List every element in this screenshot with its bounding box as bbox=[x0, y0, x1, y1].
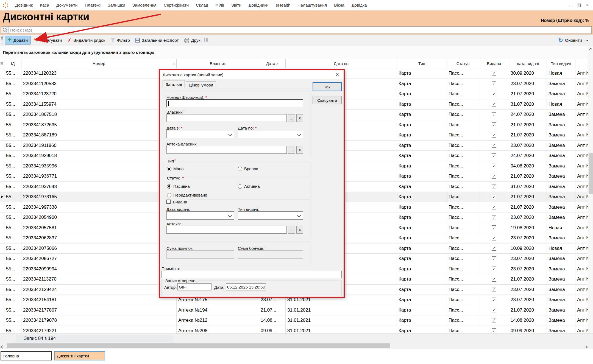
row-header[interactable] bbox=[0, 274, 4, 284]
vertical-scrollbar-thumb[interactable] bbox=[589, 153, 593, 194]
print-button[interactable]: Друк bbox=[182, 37, 203, 44]
filter-button[interactable]: Фільтр bbox=[108, 37, 133, 44]
column-header-number[interactable]: Номер△ bbox=[21, 59, 177, 68]
group-by-panel[interactable]: Перетягніть заголовок колонки сюди для у… bbox=[0, 46, 588, 59]
menu-item-7[interactable]: Склад bbox=[192, 3, 212, 8]
menu-item-12[interactable]: Налаштування bbox=[294, 3, 330, 8]
row-header[interactable] bbox=[0, 243, 4, 254]
row-header[interactable] bbox=[0, 285, 4, 295]
menu-item-4[interactable]: Залишки bbox=[104, 3, 129, 8]
menu-item-0[interactable]: Довідник bbox=[12, 3, 36, 8]
minimize-button[interactable] bbox=[569, 5, 573, 6]
toolbar-grip[interactable] bbox=[1, 37, 3, 44]
checked-checkbox-icon[interactable]: ✓ bbox=[492, 102, 496, 107]
row-header[interactable] bbox=[0, 99, 4, 110]
type-option-keychain[interactable]: Брелок bbox=[238, 166, 258, 171]
issue-date-combobox[interactable] bbox=[166, 211, 234, 220]
delete-row-button[interactable]: ✗ Видалити рядок bbox=[65, 37, 108, 44]
checked-checkbox-icon[interactable]: ✓ bbox=[492, 205, 496, 209]
row-header[interactable] bbox=[0, 110, 4, 120]
menu-item-13[interactable]: Вікна bbox=[330, 3, 348, 8]
status-option-passive[interactable]: Пасивна bbox=[167, 184, 190, 189]
checked-checkbox-icon[interactable]: ✓ bbox=[492, 81, 496, 86]
menu-item-9[interactable]: Звіти bbox=[228, 3, 245, 8]
checked-checkbox-icon[interactable]: ✓ bbox=[492, 153, 496, 158]
chevron-down-icon[interactable] bbox=[586, 40, 589, 43]
row-header[interactable] bbox=[0, 68, 4, 79]
menu-item-11[interactable]: eHealth bbox=[272, 3, 294, 8]
checked-checkbox-icon[interactable]: ✓ bbox=[492, 236, 496, 240]
checked-checkbox-icon[interactable]: ✓ bbox=[492, 143, 496, 148]
menu-item-5[interactable]: Замовлення bbox=[129, 3, 160, 8]
checked-checkbox-icon[interactable]: ✓ bbox=[492, 267, 496, 271]
row-header[interactable] bbox=[0, 130, 4, 140]
add-button[interactable]: + Додати bbox=[5, 36, 30, 44]
pharmacy-owner-lookup-button[interactable]: ... bbox=[288, 146, 295, 154]
pharmacy-input[interactable] bbox=[166, 226, 287, 234]
created-date-input[interactable] bbox=[226, 283, 266, 290]
status-option-preedited[interactable]: Передактивовано bbox=[167, 193, 207, 197]
row-header[interactable] bbox=[0, 202, 4, 212]
checked-checkbox-icon[interactable]: ✓ bbox=[492, 71, 496, 76]
column-header-status[interactable]: Статус bbox=[447, 59, 479, 68]
status-option-active[interactable]: Активна bbox=[238, 184, 260, 189]
row-header[interactable] bbox=[0, 89, 4, 99]
column-header-issue_type[interactable]: Тип видачі bbox=[547, 59, 575, 68]
date-to-combobox[interactable] bbox=[238, 130, 303, 138]
row-header[interactable] bbox=[0, 254, 4, 264]
owner-lookup-button[interactable]: ... bbox=[288, 114, 295, 122]
checked-checkbox-icon[interactable]: ✓ bbox=[492, 122, 496, 127]
tab-general[interactable]: Загальні bbox=[163, 80, 185, 88]
checked-checkbox-icon[interactable]: ✓ bbox=[492, 174, 496, 179]
row-header[interactable] bbox=[0, 295, 4, 305]
restore-button[interactable] bbox=[578, 4, 581, 7]
horizontal-scrollbar-thumb[interactable] bbox=[7, 343, 390, 348]
column-header-type[interactable]: Тип bbox=[397, 59, 447, 68]
checked-checkbox-icon[interactable]: ✓ bbox=[492, 246, 496, 251]
menu-item-10[interactable]: Довідники bbox=[245, 3, 272, 8]
column-header-date_from[interactable]: Дата з bbox=[259, 59, 286, 68]
checked-checkbox-icon[interactable]: ✓ bbox=[492, 133, 496, 138]
column-header-date_to[interactable]: Дата по bbox=[286, 59, 397, 68]
row-header[interactable] bbox=[0, 223, 4, 233]
issue-type-combobox[interactable] bbox=[238, 211, 303, 220]
horizontal-scrollbar[interactable] bbox=[0, 343, 593, 349]
type-option-card[interactable]: Мапа bbox=[167, 166, 183, 171]
row-header[interactable] bbox=[0, 264, 4, 274]
pharmacy-owner-clear-button[interactable]: X bbox=[296, 146, 303, 154]
checked-checkbox-icon[interactable]: ✓ bbox=[492, 164, 496, 168]
cancel-button[interactable]: Скасувати bbox=[313, 96, 342, 104]
menu-item-3[interactable]: Платежі bbox=[81, 3, 104, 8]
row-header[interactable] bbox=[0, 171, 4, 181]
checked-checkbox-icon[interactable]: ✓ bbox=[492, 225, 496, 230]
dialog-close-icon[interactable]: × bbox=[333, 71, 341, 79]
owner-input[interactable] bbox=[166, 114, 287, 122]
checked-checkbox-icon[interactable]: ✓ bbox=[492, 277, 496, 282]
note-input[interactable] bbox=[162, 271, 342, 278]
table-row[interactable]: 55...2203342179221Аптека №20809.09...31.… bbox=[0, 326, 588, 334]
checked-checkbox-icon[interactable]: ✓ bbox=[492, 308, 496, 312]
vertical-scrollbar[interactable] bbox=[588, 46, 593, 343]
column-header-issue_date[interactable]: дата видачі bbox=[509, 59, 547, 68]
checked-checkbox-icon[interactable]: ✓ bbox=[492, 112, 496, 117]
column-header-id[interactable]: ІД bbox=[4, 59, 21, 68]
bottom-tab-1[interactable]: Дисконтні картки bbox=[54, 351, 105, 360]
table-row[interactable]: 55...2203342179078Аптека №21214.08...31.… bbox=[0, 315, 588, 326]
row-header[interactable] bbox=[0, 233, 4, 243]
row-header[interactable] bbox=[0, 192, 4, 202]
issued-checkbox-row[interactable]: Видана bbox=[165, 200, 188, 204]
row-header[interactable] bbox=[0, 79, 4, 89]
row-header[interactable] bbox=[0, 212, 4, 223]
search-input[interactable] bbox=[9, 28, 591, 32]
scroll-right-icon[interactable] bbox=[585, 344, 588, 349]
column-header-pharmacy[interactable] bbox=[575, 59, 588, 68]
row-header[interactable] bbox=[0, 161, 4, 171]
row-header[interactable] bbox=[0, 315, 4, 326]
menu-item-14[interactable]: Довідка bbox=[348, 3, 371, 8]
menu-item-2[interactable]: Документи bbox=[53, 3, 81, 8]
checked-checkbox-icon[interactable]: ✓ bbox=[492, 328, 496, 333]
grid-corner[interactable] bbox=[0, 59, 4, 68]
scroll-up-icon[interactable] bbox=[588, 46, 593, 51]
column-header-issued[interactable]: Видана bbox=[479, 59, 509, 68]
table-row[interactable]: 55...2203342177807Аптека №19421.07...31.… bbox=[0, 305, 588, 316]
